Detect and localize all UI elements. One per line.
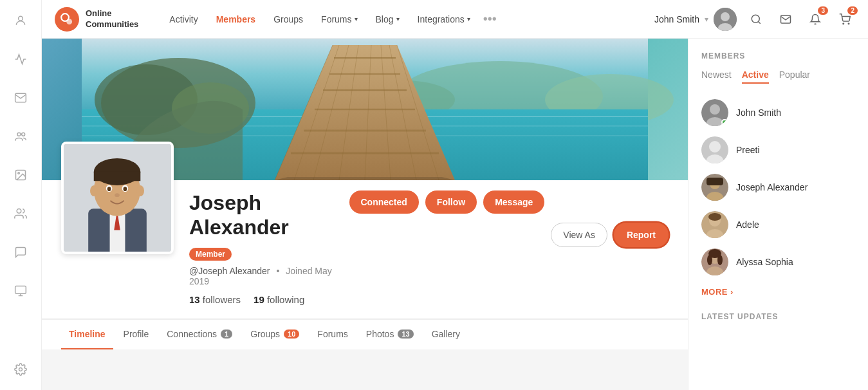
nav-forums[interactable]: Forums ▾: [313, 10, 365, 28]
meta-dot: •: [276, 266, 279, 276]
svg-point-13: [721, 12, 730, 21]
sidebar-icon-inbox[interactable]: [10, 88, 31, 108]
member-adele[interactable]: Adele: [701, 206, 855, 243]
profile-actions: Connected Follow Message View As Report: [349, 180, 669, 247]
nav-integrations[interactable]: Integrations ▾: [410, 10, 478, 28]
svg-point-1: [17, 133, 21, 136]
content-wrapper: Joseph Alexander Member @Joseph Alexande…: [42, 39, 868, 390]
filter-newest[interactable]: Newest: [701, 70, 732, 84]
svg-point-78: [707, 255, 712, 265]
svg-point-11: [66, 19, 72, 24]
logo-area: OnlineCommunities: [55, 7, 138, 32]
cart-button[interactable]: 2: [835, 9, 855, 30]
member-alyssa[interactable]: Alyssa Sophia: [701, 243, 855, 281]
tab-photos[interactable]: Photos 13: [358, 320, 421, 349]
nav-groups[interactable]: Groups: [266, 10, 311, 28]
follow-button[interactable]: Follow: [425, 190, 477, 214]
online-indicator-john: [721, 119, 728, 125]
member-name-john: John Smith: [736, 107, 781, 118]
nav-user-avatar: [714, 8, 737, 31]
logo-text: OnlineCommunities: [86, 8, 138, 30]
member-john-smith[interactable]: John Smith: [701, 94, 855, 131]
tab-timeline[interactable]: Timeline: [61, 320, 113, 349]
member-name-joseph: Joseph Alexander: [736, 182, 808, 192]
forums-chevron: ▾: [355, 15, 358, 23]
messages-button[interactable]: [775, 9, 796, 30]
notifications-badge: 3: [818, 6, 828, 15]
nav-members[interactable]: Members: [208, 10, 263, 28]
message-button[interactable]: Message: [483, 190, 544, 214]
nav-user-name: John Smith: [654, 14, 699, 24]
sidebar-icon-user[interactable]: [10, 10, 31, 31]
tab-connections[interactable]: Connections 1: [159, 320, 240, 349]
svg-point-2: [22, 133, 25, 136]
profile-name-row: Joseph Alexander Member: [189, 190, 334, 261]
sidebar-icon-activity[interactable]: [10, 49, 31, 70]
svg-point-57: [115, 193, 120, 197]
svg-point-15: [752, 15, 759, 23]
user-nav[interactable]: John Smith ▾: [654, 8, 737, 31]
sidebar-icon-chat[interactable]: [10, 242, 31, 263]
more-chevron-icon: ›: [730, 287, 734, 297]
svg-point-64: [709, 141, 721, 153]
nav-right: John Smith ▾: [654, 8, 855, 31]
filter-popular[interactable]: Popular: [779, 70, 810, 84]
nav-more[interactable]: •••: [483, 12, 497, 26]
sidebar-icon-settings[interactable]: [10, 359, 31, 380]
svg-point-17: [843, 23, 844, 24]
notifications-button[interactable]: 3: [805, 9, 826, 30]
main-area: OnlineCommunities Activity Members Group…: [42, 0, 868, 390]
svg-point-59: [137, 185, 144, 196]
latest-updates-title: LATEST UPDATES: [701, 312, 855, 321]
photos-badge: 13: [398, 330, 413, 339]
profile-avatar: [61, 142, 174, 254]
top-nav: OnlineCommunities Activity Members Group…: [42, 0, 868, 39]
profile-meta: @Joseph Alexander • Joined May 2019: [189, 266, 334, 286]
member-joseph[interactable]: Joseph Alexander: [701, 169, 855, 206]
sidebar-icon-friends[interactable]: [10, 203, 31, 224]
profile-avatar-wrapper: [61, 142, 174, 254]
sidebar-icon-monitor[interactable]: [10, 281, 31, 301]
svg-point-56: [124, 187, 127, 191]
svg-point-0: [19, 16, 23, 21]
member-name-alyssa: Alyssa Sophia: [736, 257, 793, 267]
nav-activity[interactable]: Activity: [162, 10, 205, 28]
profile-tabs: Timeline Profile Connections 1 Groups 10…: [42, 319, 688, 349]
profile-section: Joseph Alexander Member @Joseph Alexande…: [42, 180, 688, 318]
svg-point-4: [18, 172, 19, 174]
right-sidebar: MEMBERS Newest Active Popular John Smith: [688, 39, 868, 390]
svg-line-16: [758, 21, 760, 23]
more-members-link[interactable]: MORE ›: [701, 287, 855, 297]
svg-point-5: [17, 209, 21, 214]
member-avatar-alyssa: [701, 248, 728, 275]
logo-icon: [55, 7, 79, 32]
filter-active[interactable]: Active: [742, 70, 769, 84]
member-name-adele: Adele: [736, 219, 759, 230]
nav-user-chevron: ▾: [705, 15, 708, 24]
svg-point-73: [708, 213, 721, 221]
report-button[interactable]: Report: [614, 223, 669, 247]
svg-rect-52: [94, 172, 141, 181]
connected-button[interactable]: Connected: [349, 190, 419, 214]
tab-gallery[interactable]: Gallery: [424, 320, 468, 349]
svg-point-18: [848, 23, 849, 24]
integrations-chevron: ▾: [467, 15, 470, 23]
view-as-button[interactable]: View As: [551, 223, 607, 247]
svg-point-58: [90, 185, 97, 196]
tab-groups[interactable]: Groups 10: [243, 320, 307, 349]
sidebar-icon-groups[interactable]: [10, 126, 31, 147]
member-avatar-adele: [701, 211, 728, 238]
tab-forums[interactable]: Forums: [309, 320, 355, 349]
member-badge: Member: [189, 248, 232, 261]
tab-profile[interactable]: Profile: [116, 320, 157, 349]
member-preeti[interactable]: Preeti: [701, 131, 855, 169]
svg-rect-6: [15, 286, 26, 294]
svg-rect-69: [706, 178, 723, 185]
nav-blog[interactable]: Blog ▾: [368, 10, 407, 28]
members-section-title: MEMBERS: [701, 51, 855, 60]
nav-links: Activity Members Groups Forums ▾ Blog ▾ …: [162, 10, 642, 28]
sidebar-icon-photo[interactable]: [10, 165, 31, 185]
search-button[interactable]: [746, 9, 766, 30]
svg-point-55: [107, 187, 111, 191]
blog-chevron: ▾: [396, 15, 400, 23]
